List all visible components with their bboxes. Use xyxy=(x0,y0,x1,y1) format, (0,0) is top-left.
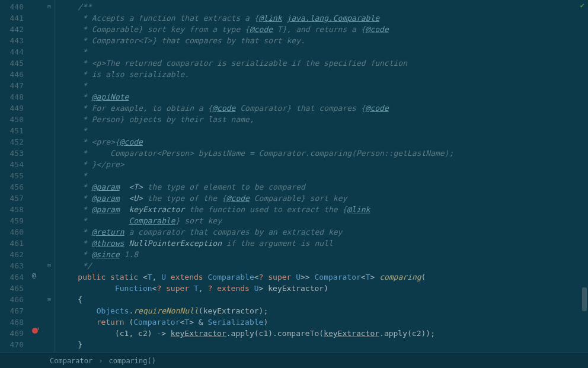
code-line[interactable]: public static <T, U extends Comparable<?… xyxy=(59,271,588,283)
line-number: 466 xyxy=(0,294,24,305)
line-number: 464 xyxy=(0,271,24,283)
breakpoint-gutter-icon[interactable]: ↑ xyxy=(32,328,38,335)
breadcrumb-bar[interactable]: Comparator › comparing() xyxy=(0,353,588,368)
line-number: 445 xyxy=(0,57,24,69)
code-line[interactable]: * xyxy=(59,125,588,136)
inspection-ok-icon: ✔ xyxy=(580,1,584,9)
line-number: 441 xyxy=(0,12,24,24)
line-number: 468 xyxy=(0,316,24,328)
line-number-gutter: 4404414424434444454464474484494504514524… xyxy=(0,0,28,353)
code-line[interactable]: */ xyxy=(59,260,588,271)
code-line[interactable]: * xyxy=(59,80,588,91)
breadcrumb-item[interactable]: comparing() xyxy=(108,357,155,365)
code-line[interactable]: * For example, to obtain a {@code Compar… xyxy=(59,103,588,114)
code-line[interactable]: * }</pre> xyxy=(59,159,588,170)
code-line[interactable]: * <pre>{@code xyxy=(59,136,588,148)
code-line[interactable]: * @return a comparator that compares by … xyxy=(59,226,588,238)
code-line[interactable]: * is also serializable. xyxy=(59,69,588,80)
line-number: 455 xyxy=(0,170,24,181)
code-line[interactable]: * Person} objects by their last name, xyxy=(59,114,588,125)
fold-gutter[interactable]: ⊟⊟⊟ xyxy=(46,0,55,353)
line-number: 470 xyxy=(0,339,24,350)
code-line[interactable]: Objects.requireNonNull(keyExtractor); xyxy=(59,305,588,316)
code-line[interactable]: * @throws NullPointerException if the ar… xyxy=(59,238,588,249)
code-line[interactable]: * @param <T> the type of element to be c… xyxy=(59,181,588,193)
line-number: 453 xyxy=(0,148,24,159)
line-number: 444 xyxy=(0,46,24,57)
code-line[interactable]: * @apiNote xyxy=(59,91,588,103)
line-number: 463 xyxy=(0,260,24,271)
line-number: 449 xyxy=(0,103,24,114)
code-line[interactable]: * @since 1.8 xyxy=(59,249,588,260)
line-number: 456 xyxy=(0,181,24,193)
line-number: 467 xyxy=(0,305,24,316)
line-number: 454 xyxy=(0,159,24,170)
code-line[interactable]: * @param keyExtractor the function used … xyxy=(59,204,588,215)
line-number: 442 xyxy=(0,24,24,35)
line-number: 462 xyxy=(0,249,24,260)
code-editor[interactable]: 4404414424434444454464474484494504514524… xyxy=(0,0,588,353)
code-line[interactable]: * xyxy=(59,46,588,57)
line-number: 447 xyxy=(0,80,24,91)
line-number: 458 xyxy=(0,204,24,215)
code-line[interactable]: * @param <U> the type of the {@code Comp… xyxy=(59,193,588,204)
line-number: 446 xyxy=(0,69,24,80)
line-number: 461 xyxy=(0,238,24,249)
code-line[interactable]: * Comparable} sort key from a type {@cod… xyxy=(59,24,588,35)
code-line[interactable]: /** xyxy=(59,1,588,12)
code-line[interactable]: * Comparator<T>} that compares by that s… xyxy=(59,35,588,46)
code-line[interactable]: } xyxy=(59,339,588,350)
code-line[interactable]: (c1, c2) -> keyExtractor.apply(c1).compa… xyxy=(59,328,588,339)
line-number: 443 xyxy=(0,35,24,46)
breadcrumb-item[interactable]: Comparator xyxy=(50,357,92,365)
line-number: 440 xyxy=(0,1,24,12)
code-area[interactable]: /** * Accepts a function that extracts a… xyxy=(55,0,588,353)
line-number: 460 xyxy=(0,226,24,238)
code-line[interactable]: * Accepts a function that extracts a {@l… xyxy=(59,12,588,24)
breakpoint-icon[interactable]: ↑ xyxy=(32,328,38,334)
annotation-gutter: @↑ xyxy=(28,0,46,353)
line-number: 451 xyxy=(0,125,24,136)
line-number: 450 xyxy=(0,114,24,125)
code-line[interactable]: * <p>The returned comparator is serializ… xyxy=(59,57,588,69)
code-line[interactable]: return (Comparator<T> & Serializable) xyxy=(59,316,588,328)
line-number: 469 xyxy=(0,328,24,339)
breadcrumb-separator-icon: › xyxy=(98,357,103,365)
vertical-scrollbar[interactable] xyxy=(581,0,587,353)
code-line[interactable]: Function<? super T, ? extends U> keyExtr… xyxy=(59,283,588,294)
scrollbar-thumb[interactable] xyxy=(582,287,587,311)
code-line[interactable]: * Comparator<Person> byLastName = Compar… xyxy=(59,148,588,159)
fold-toggle-icon[interactable]: ⊟ xyxy=(46,263,52,268)
line-number: 459 xyxy=(0,215,24,226)
fold-toggle-icon[interactable]: ⊟ xyxy=(46,4,52,9)
code-line[interactable]: * Comparable} sort key xyxy=(59,215,588,226)
override-gutter-icon[interactable]: @ xyxy=(32,271,36,279)
fold-toggle-icon[interactable]: ⊟ xyxy=(46,296,52,302)
line-number: 448 xyxy=(0,91,24,103)
line-number: 452 xyxy=(0,136,24,148)
code-line[interactable]: * xyxy=(59,170,588,181)
line-number: 457 xyxy=(0,193,24,204)
line-number: 465 xyxy=(0,283,24,294)
code-line[interactable]: { xyxy=(59,294,588,305)
